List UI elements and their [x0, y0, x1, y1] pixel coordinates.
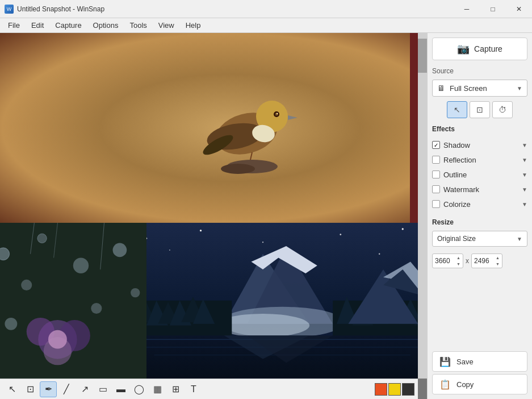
- cursor-source-button[interactable]: ↖: [447, 101, 467, 118]
- svg-point-41: [401, 228, 403, 230]
- effect-checkbox-shadow[interactable]: ✓: [432, 141, 440, 149]
- width-input[interactable]: 3660 ▲ ▼: [432, 253, 463, 268]
- pointer-tool-button[interactable]: ↖: [3, 381, 20, 397]
- title-bar-controls: ─ □ ✕: [454, 0, 532, 18]
- effect-label-reflection: Reflection: [443, 156, 518, 164]
- width-spinners: ▲ ▼: [456, 255, 460, 267]
- rounded-rect-tool-button[interactable]: ▬: [112, 381, 129, 397]
- width-increment-button[interactable]: ▲: [456, 255, 460, 261]
- dropdown-arrow-icon: ▼: [517, 85, 522, 92]
- crosshatch-tool-button[interactable]: ⊞: [167, 381, 184, 397]
- main-area: ↖⊡✒╱↗▭▬◯▦⊞T 📷 Capture Source 🖥 Full Scre…: [0, 33, 532, 399]
- line-tool-button[interactable]: ╱: [58, 381, 75, 397]
- resize-dropdown[interactable]: Original Size ▼: [432, 231, 527, 247]
- menu-item-options[interactable]: Options: [87, 19, 124, 31]
- toolbar-bottom: ↖⊡✒╱↗▭▬◯▦⊞T: [0, 379, 418, 399]
- effect-expand-watermark[interactable]: ▼: [522, 186, 527, 193]
- image-collage: [0, 33, 418, 379]
- monitor-icon: 🖥: [437, 84, 445, 93]
- right-panel: 📷 Capture Source 🖥 Full Screen ▼ ↖ ⊡ ⏱ E…: [427, 33, 532, 399]
- color-swatch-1[interactable]: [375, 383, 387, 396]
- source-dropdown[interactable]: 🖥 Full Screen ▼: [432, 80, 527, 97]
- title-bar: W Untitled Snapshot - WinSnap ─ □ ✕: [0, 0, 532, 18]
- copy-button[interactable]: 📋 Copy: [432, 374, 527, 394]
- effect-row-shadow[interactable]: ✓Shadow▼: [432, 138, 527, 152]
- actions-bottom: 💾 Save 📋 Copy: [432, 351, 527, 394]
- menu-item-capture[interactable]: Capture: [49, 19, 87, 31]
- svg-point-20: [73, 258, 89, 273]
- svg-point-21: [21, 280, 32, 290]
- window-title: Untitled Snapshot - WinSnap: [17, 5, 104, 13]
- effect-label-outline: Outline: [443, 171, 518, 179]
- effects-list: ✓Shadow▼Reflection▼Outline▼Watermark▼Col…: [432, 138, 527, 211]
- bird-image: [184, 71, 309, 185]
- effect-checkbox-outline[interactable]: [432, 171, 440, 178]
- minimize-button[interactable]: ─: [454, 0, 480, 18]
- crop-tool-button[interactable]: ⊡: [22, 381, 39, 397]
- effect-label-shadow: Shadow: [443, 141, 518, 149]
- effect-expand-shadow[interactable]: ▼: [522, 142, 527, 148]
- timer-source-button[interactable]: ⏱: [492, 101, 513, 118]
- svg-point-44: [379, 253, 380, 255]
- effect-label-watermark: Watermark: [443, 185, 518, 194]
- copy-label: Copy: [456, 380, 474, 389]
- svg-point-23: [131, 288, 140, 297]
- resize-value: Original Size: [437, 235, 476, 243]
- capture-label: Capture: [474, 44, 502, 53]
- effect-checkbox-reflection[interactable]: [432, 156, 440, 164]
- arrow-tool-button[interactable]: ↗: [76, 381, 93, 397]
- rectangle-tool-button[interactable]: ▭: [94, 381, 111, 397]
- photo-bottom-center: [146, 223, 418, 379]
- capture-button[interactable]: 📷 Capture: [432, 38, 527, 60]
- effect-row-reflection[interactable]: Reflection▼: [432, 152, 527, 167]
- title-bar-left: W Untitled Snapshot - WinSnap: [5, 5, 104, 14]
- svg-point-39: [262, 242, 263, 243]
- effect-row-colorize[interactable]: Colorize▼: [432, 197, 527, 211]
- svg-point-19: [37, 234, 47, 243]
- ellipse-tool-button[interactable]: ◯: [131, 381, 148, 397]
- window-source-button[interactable]: ⊡: [470, 101, 490, 118]
- effect-expand-outline[interactable]: ▼: [522, 172, 527, 178]
- height-value: 2496: [474, 257, 489, 265]
- svg-point-30: [48, 330, 67, 349]
- svg-point-22: [113, 243, 127, 257]
- scrollbar-thumb[interactable]: [418, 39, 427, 73]
- effect-expand-colorize[interactable]: ▼: [522, 201, 527, 207]
- color-swatch-3[interactable]: [402, 383, 414, 396]
- effect-row-outline[interactable]: Outline▼: [432, 167, 527, 182]
- height-increment-button[interactable]: ▲: [496, 255, 500, 261]
- svg-point-25: [91, 303, 102, 314]
- save-button[interactable]: 💾 Save: [432, 351, 527, 372]
- canvas-scrollbar[interactable]: [418, 33, 427, 379]
- height-decrement-button[interactable]: ▼: [496, 261, 500, 267]
- pen-tool-button[interactable]: ✒: [40, 381, 57, 397]
- color-swatch-2[interactable]: [388, 383, 401, 396]
- height-input[interactable]: 2496 ▲ ▼: [471, 253, 502, 268]
- effect-checkbox-watermark[interactable]: [432, 185, 440, 193]
- effect-expand-reflection[interactable]: ▼: [522, 157, 527, 163]
- hatch-tool-button[interactable]: ▦: [149, 381, 166, 397]
- effect-checkbox-colorize[interactable]: [432, 200, 440, 208]
- menu-item-tools[interactable]: Tools: [124, 19, 152, 31]
- menu-item-file[interactable]: File: [2, 19, 26, 31]
- menu-item-view[interactable]: View: [153, 19, 180, 31]
- resize-dimensions: 3660 ▲ ▼ x 2496 ▲ ▼: [432, 253, 527, 268]
- height-spinners: ▲ ▼: [496, 255, 500, 267]
- save-label: Save: [456, 358, 474, 366]
- copy-icon: 📋: [439, 379, 451, 390]
- app-icon: W: [5, 5, 14, 14]
- svg-point-24: [5, 318, 17, 330]
- mountain-photo-svg: [146, 223, 418, 379]
- maximize-button[interactable]: □: [480, 0, 506, 18]
- photo-bottom-left: [0, 223, 146, 379]
- effect-row-watermark[interactable]: Watermark▼: [432, 182, 527, 197]
- width-decrement-button[interactable]: ▼: [456, 261, 460, 267]
- menu-item-edit[interactable]: Edit: [26, 19, 49, 31]
- svg-point-8: [277, 113, 278, 115]
- source-icons-row: ↖ ⊡ ⏱: [432, 101, 527, 118]
- close-button[interactable]: ✕: [506, 0, 532, 18]
- svg-point-9: [277, 113, 278, 114]
- text-tool-button[interactable]: T: [185, 381, 202, 397]
- menu-item-help[interactable]: Help: [180, 19, 207, 31]
- dimension-separator: x: [466, 257, 469, 265]
